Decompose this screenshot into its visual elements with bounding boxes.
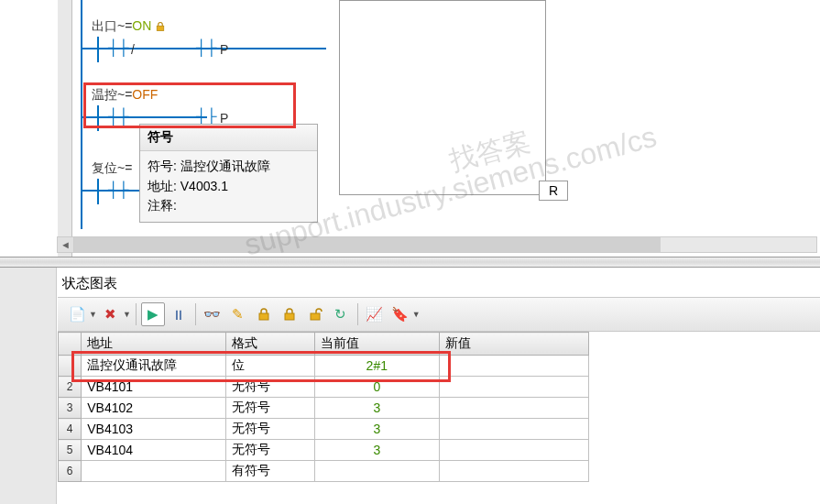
- contact-marks: ┤ ├: [196, 108, 214, 125]
- row-number: 6: [59, 461, 82, 482]
- header-rownum: [59, 333, 82, 356]
- toolbar-separator: [357, 303, 358, 325]
- header-new[interactable]: 新值: [440, 333, 589, 356]
- svg-rect-2: [285, 313, 294, 320]
- cell-new[interactable]: [440, 377, 589, 398]
- status-left-strip: [0, 268, 57, 504]
- contact-nc-slash: /: [131, 42, 135, 57]
- rung-3-symbol: 复位~=: [92, 160, 132, 175]
- rung-2-symbol: 温控~=: [92, 87, 132, 102]
- cell-new[interactable]: [440, 398, 589, 419]
- tb-delete-icon[interactable]: ✖: [99, 302, 123, 326]
- status-table-container: 地址 格式 当前值 新值 温控仪通讯故障 位 2#1 2 VB4101 无符: [58, 332, 820, 504]
- tb-tag-icon[interactable]: 🔖: [388, 302, 412, 326]
- cell-current: 3: [314, 398, 440, 419]
- contact-marks: ┤ ├: [108, 39, 126, 56]
- table-row[interactable]: 4 VB4103 无符号 3: [59, 419, 589, 440]
- cell-format[interactable]: 无符号: [225, 440, 314, 461]
- tooltip-symbol-value: 温控仪通讯故障: [180, 159, 270, 173]
- dropdown-arrow-icon[interactable]: ▼: [89, 310, 97, 319]
- tb-unlock-icon[interactable]: [303, 302, 327, 326]
- cell-current: [314, 461, 440, 482]
- contact-marks: ┤ ├: [108, 108, 126, 125]
- cell-address[interactable]: [82, 461, 226, 482]
- rung-1-label: 出口~=ON: [92, 18, 166, 35]
- tooltip-addr-value: V4003.1: [180, 179, 228, 193]
- rung-wire: [81, 116, 97, 118]
- ladder-output-box[interactable]: R: [339, 0, 546, 195]
- tb-play-icon[interactable]: ▶: [141, 302, 165, 326]
- tb-glasses-icon[interactable]: 👓: [201, 302, 224, 326]
- tooltip-body: 符号: 温控仪通讯故障 地址: V4003.1 注释:: [140, 151, 317, 222]
- lock-icon: [155, 21, 166, 32]
- cell-new[interactable]: [440, 440, 589, 461]
- contact-p: P: [220, 42, 228, 57]
- rung-wire: [81, 190, 97, 192]
- status-chart-panel: 状态图表 📄▼ ✖▼ ▶ ⏸ 👓 ✎ ↻ 📈 🔖▼ 地址 格式: [0, 268, 820, 504]
- ladder-editor[interactable]: 出口~=ON ┤ ├ / ┤ ├ P 温控~=OFF ┤ ├ ┤ ├ P 复位~…: [0, 0, 820, 257]
- cell-format[interactable]: 无符号: [225, 377, 314, 398]
- row-number: 2: [59, 377, 82, 398]
- pane-divider[interactable]: [0, 257, 820, 268]
- tooltip-addr-label: 地址:: [148, 179, 177, 193]
- table-row[interactable]: 3 VB4102 无符号 3: [59, 398, 589, 419]
- cell-format[interactable]: 有符号: [225, 461, 314, 482]
- scroll-thumb[interactable]: [74, 237, 661, 252]
- status-panel-title: 状态图表: [62, 275, 117, 292]
- rung-branch: [97, 105, 99, 131]
- tooltip-header: 符号: [140, 125, 317, 151]
- header-address[interactable]: 地址: [82, 333, 226, 356]
- cell-new[interactable]: [440, 461, 589, 482]
- scroll-left-arrow[interactable]: ◄: [58, 237, 74, 252]
- cell-new[interactable]: [440, 356, 589, 377]
- status-table-header-row: 地址 格式 当前值 新值: [59, 333, 589, 356]
- header-format[interactable]: 格式: [225, 333, 314, 356]
- tb-pencil-icon[interactable]: ✎: [226, 302, 250, 326]
- status-toolbar: 📄▼ ✖▼ ▶ ⏸ 👓 ✎ ↻ 📈 🔖▼: [58, 297, 820, 332]
- cell-address[interactable]: VB4103: [82, 419, 226, 440]
- cell-new[interactable]: [440, 419, 589, 440]
- ladder-scrollbar[interactable]: ◄: [57, 236, 817, 253]
- cell-current: 3: [314, 440, 440, 461]
- cell-current: 2#1: [314, 356, 440, 377]
- tooltip-comment-label: 注释:: [148, 198, 177, 213]
- tb-pause-icon[interactable]: ⏸: [167, 302, 191, 326]
- tb-lock2-icon[interactable]: [278, 302, 301, 326]
- svg-rect-1: [259, 313, 268, 320]
- toolbar-separator: [136, 303, 137, 325]
- contact-marks: ┤ ├: [196, 39, 214, 56]
- tb-new-icon[interactable]: 📄: [65, 302, 89, 326]
- cell-format[interactable]: 无符号: [225, 398, 314, 419]
- svg-rect-3: [311, 313, 320, 320]
- tb-lock1-icon[interactable]: [252, 302, 276, 326]
- cell-format[interactable]: 位: [225, 356, 314, 377]
- status-table[interactable]: 地址 格式 当前值 新值 温控仪通讯故障 位 2#1 2 VB4101 无符: [58, 332, 589, 482]
- dropdown-arrow-icon[interactable]: ▼: [123, 310, 131, 319]
- rung-branch: [97, 179, 99, 204]
- cell-current: 3: [314, 419, 440, 440]
- tb-refresh-icon[interactable]: ↻: [329, 302, 353, 326]
- row-number: 5: [59, 440, 82, 461]
- row-number: 4: [59, 419, 82, 440]
- table-row[interactable]: 5 VB4104 无符号 3: [59, 440, 589, 461]
- cell-address[interactable]: 温控仪通讯故障: [82, 356, 226, 377]
- cell-address[interactable]: VB4101: [82, 377, 226, 398]
- row-number: 3: [59, 398, 82, 419]
- dropdown-arrow-icon[interactable]: ▼: [412, 310, 421, 319]
- row-number: [59, 356, 82, 377]
- rung-1-state: ON: [132, 18, 151, 33]
- rung-2-label: 温控~=OFF: [92, 87, 158, 104]
- table-row[interactable]: 2 VB4101 无符号 0: [59, 377, 589, 398]
- table-row[interactable]: 温控仪通讯故障 位 2#1: [59, 356, 589, 377]
- table-row[interactable]: 6 有符号: [59, 461, 589, 482]
- cell-format[interactable]: 无符号: [225, 419, 314, 440]
- cell-address[interactable]: VB4104: [82, 440, 226, 461]
- toolbar-separator: [195, 303, 196, 325]
- tb-chart-icon[interactable]: 📈: [363, 302, 387, 326]
- ladder-margin: [58, 0, 72, 257]
- rung-3-label: 复位~=: [92, 160, 132, 177]
- tooltip-symbol-label: 符号:: [148, 159, 177, 173]
- cell-address[interactable]: VB4102: [82, 398, 226, 419]
- svg-rect-0: [158, 27, 165, 31]
- header-current[interactable]: 当前值: [314, 333, 440, 356]
